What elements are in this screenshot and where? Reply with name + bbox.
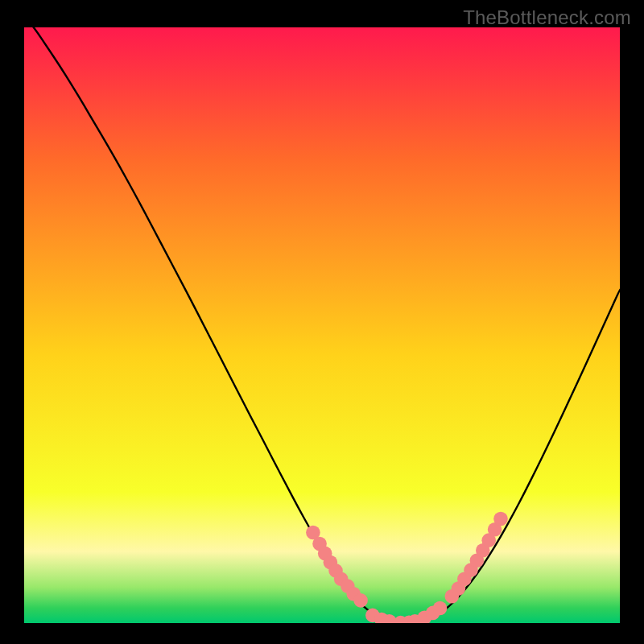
data-point [353, 593, 368, 608]
data-point [493, 512, 508, 526]
chart-frame: TheBottleneck.com [0, 0, 644, 644]
chart-svg [24, 27, 620, 623]
plot-area [24, 27, 620, 623]
watermark-text: TheBottleneck.com [463, 6, 631, 29]
gradient-background [24, 27, 620, 623]
data-point [433, 601, 448, 616]
